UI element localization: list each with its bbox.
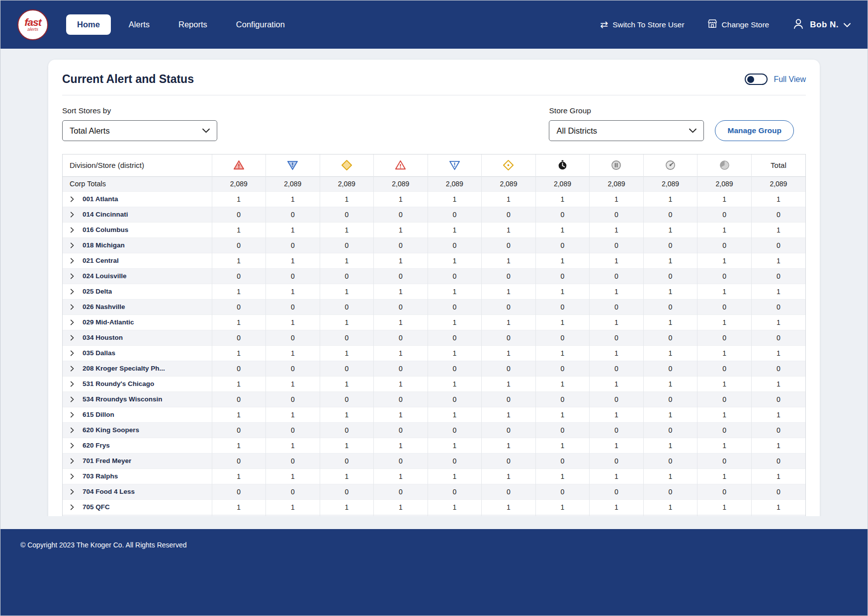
- alert-count-cell: 1: [535, 438, 590, 453]
- table-row: 706 Smith00000000000: [63, 515, 805, 516]
- expand-chevron-icon[interactable]: [68, 395, 77, 404]
- alert-count-cell: 0: [751, 453, 805, 468]
- store-label: 704 Food 4 Less: [83, 488, 135, 495]
- nav-item-configuration[interactable]: Configuration: [225, 14, 296, 35]
- app-logo[interactable]: fast alerts: [17, 9, 48, 40]
- alert-count-cell: 0: [428, 207, 482, 222]
- corp-totals-value: 2,089: [643, 176, 697, 191]
- store-label: 703 Ralphs: [83, 472, 118, 480]
- alert-count-cell: 1: [428, 468, 482, 484]
- alert-count-cell: 0: [428, 361, 482, 376]
- alert-up-outline-icon: [374, 154, 428, 176]
- alert-count-cell: 1: [751, 253, 805, 268]
- alert-count-cell: 0: [212, 361, 266, 376]
- alert-count-cell: 0: [320, 391, 374, 407]
- change-store-button[interactable]: Change Store: [707, 19, 770, 30]
- table-row: 701 Fred Meyer00000000000: [63, 453, 805, 468]
- alert-count-cell: 1: [320, 438, 374, 453]
- store-group-select[interactable]: All Districts: [549, 120, 704, 141]
- alert-count-cell: 0: [535, 237, 590, 253]
- expand-chevron-icon[interactable]: [68, 210, 77, 219]
- table-row: 016 Columbus11111111111: [63, 222, 805, 237]
- alert-count-cell: 1: [374, 284, 428, 299]
- expand-chevron-icon[interactable]: [68, 487, 77, 496]
- alert-count-cell: 1: [697, 284, 752, 299]
- expand-chevron-icon[interactable]: [68, 287, 77, 296]
- expand-chevron-icon[interactable]: [68, 380, 77, 388]
- alert-count-cell: 0: [535, 484, 590, 499]
- table-header-row: Division/Store (district)Total: [63, 154, 805, 176]
- expand-chevron-icon[interactable]: [68, 441, 77, 450]
- alert-count-cell: 0: [482, 207, 536, 222]
- alert-count-cell: 0: [643, 299, 697, 314]
- nav-item-alerts[interactable]: Alerts: [118, 14, 161, 35]
- alert-count-cell: 1: [751, 345, 805, 361]
- alert-count-cell: 1: [320, 376, 374, 391]
- expand-chevron-icon[interactable]: [68, 349, 77, 358]
- full-view-toggle[interactable]: [745, 74, 768, 85]
- expand-chevron-icon[interactable]: [68, 426, 77, 435]
- alert-count-cell: 0: [428, 237, 482, 253]
- alert-count-cell: 1: [535, 407, 590, 422]
- store-cell: 208 Kroger Specialty Ph...: [63, 361, 212, 376]
- alert-count-cell: 0: [266, 453, 320, 468]
- alert-count-cell: 0: [266, 237, 320, 253]
- alert-count-cell: 1: [590, 376, 644, 391]
- switch-arrows-icon: ⇄: [600, 20, 608, 29]
- store-group-value: All Districts: [556, 126, 597, 136]
- alert-count-cell: 0: [320, 237, 374, 253]
- alert-count-cell: 0: [482, 330, 536, 345]
- alert-count-cell: 1: [590, 314, 644, 330]
- corp-totals-value: 2,089: [212, 176, 266, 191]
- alert-count-cell: 0: [266, 268, 320, 284]
- alert-count-cell: 1: [212, 438, 266, 453]
- alert-count-cell: 0: [428, 484, 482, 499]
- store-cell: 018 Michigan: [63, 237, 212, 253]
- change-store-label: Change Store: [722, 20, 770, 29]
- sort-stores-select[interactable]: Total Alerts: [62, 120, 217, 141]
- alert-count-cell: 1: [320, 314, 374, 330]
- manage-group-button[interactable]: Manage Group: [715, 120, 794, 141]
- expand-chevron-icon[interactable]: [68, 503, 77, 512]
- logo-text-fast: fast: [24, 17, 41, 27]
- switch-to-store-user-button[interactable]: ⇄ Switch To Store User: [600, 20, 684, 29]
- nav-item-reports[interactable]: Reports: [168, 14, 218, 35]
- alert-count-cell: 1: [482, 438, 536, 453]
- alert-count-cell: 0: [643, 515, 697, 516]
- expand-chevron-icon[interactable]: [68, 241, 77, 250]
- expand-chevron-icon[interactable]: [68, 195, 77, 204]
- alert-count-cell: 1: [212, 314, 266, 330]
- expand-chevron-icon[interactable]: [68, 410, 77, 419]
- expand-chevron-icon[interactable]: [68, 333, 77, 342]
- table-row: 703 Ralphs11111111111: [63, 468, 805, 484]
- nav-item-home[interactable]: Home: [66, 14, 111, 35]
- alert-count-cell: 1: [643, 222, 697, 237]
- alert-count-cell: 1: [266, 376, 320, 391]
- alert-count-cell: 0: [320, 422, 374, 438]
- logo-text-alerts: alerts: [27, 27, 38, 32]
- alert-count-cell: 1: [320, 407, 374, 422]
- full-view-label[interactable]: Full View: [774, 75, 806, 84]
- user-menu[interactable]: Bob N.: [792, 17, 851, 32]
- store-cell: 035 Dallas: [63, 345, 212, 361]
- table-row: 705 QFC11111111111: [63, 499, 805, 515]
- alert-count-cell: 1: [266, 253, 320, 268]
- expand-chevron-icon[interactable]: [68, 472, 77, 481]
- column-header-total: Total: [751, 154, 805, 176]
- store-label: 035 Dallas: [83, 349, 115, 357]
- expand-chevron-icon[interactable]: [68, 256, 77, 265]
- alert-count-cell: 0: [590, 515, 644, 516]
- alert-count-cell: 0: [751, 207, 805, 222]
- sort-control: Sort Stores by Total Alerts: [62, 106, 217, 141]
- expand-chevron-icon[interactable]: [68, 364, 77, 373]
- alert-count-cell: 1: [751, 438, 805, 453]
- expand-chevron-icon[interactable]: [68, 226, 77, 234]
- alert-count-cell: 0: [590, 330, 644, 345]
- expand-chevron-icon[interactable]: [68, 272, 77, 281]
- alert-count-cell: 0: [535, 453, 590, 468]
- expand-chevron-icon[interactable]: [68, 457, 77, 465]
- expand-chevron-icon[interactable]: [68, 303, 77, 311]
- user-name: Bob N.: [810, 20, 839, 30]
- alert-count-cell: 1: [266, 468, 320, 484]
- expand-chevron-icon[interactable]: [68, 318, 77, 327]
